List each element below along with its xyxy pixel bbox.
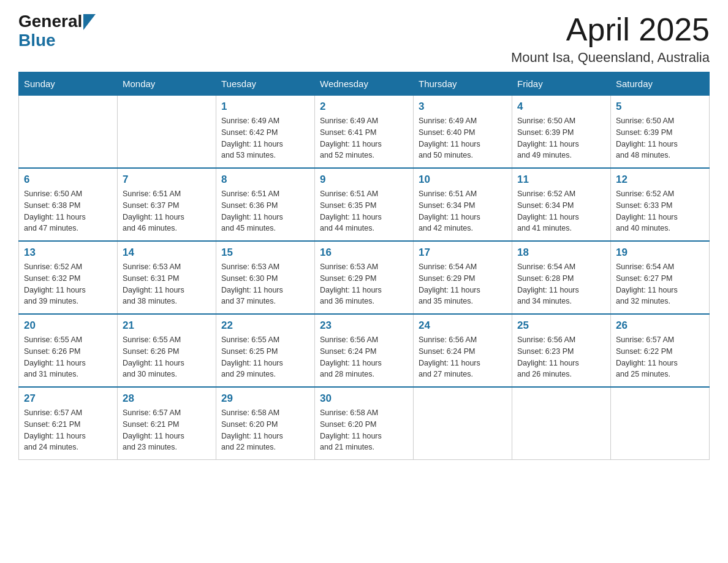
calendar-cell: 22Sunrise: 6:55 AMSunset: 6:25 PMDayligh…	[216, 314, 315, 387]
day-info: Sunrise: 6:53 AMSunset: 6:31 PMDaylight:…	[123, 261, 211, 307]
day-info: Sunrise: 6:49 AMSunset: 6:42 PMDaylight:…	[221, 115, 309, 161]
day-number: 13	[24, 247, 112, 259]
day-number: 9	[320, 174, 408, 186]
day-number: 21	[123, 320, 211, 332]
calendar-week-row: 13Sunrise: 6:52 AMSunset: 6:32 PMDayligh…	[19, 241, 710, 314]
calendar-body: 1Sunrise: 6:49 AMSunset: 6:42 PMDaylight…	[19, 96, 710, 460]
title-section: April 2025 Mount Isa, Queensland, Austra…	[511, 12, 710, 66]
calendar-cell: 20Sunrise: 6:55 AMSunset: 6:26 PMDayligh…	[19, 314, 118, 387]
day-number: 5	[616, 101, 704, 113]
day-info: Sunrise: 6:56 AMSunset: 6:24 PMDaylight:…	[320, 334, 408, 380]
calendar-cell: 26Sunrise: 6:57 AMSunset: 6:22 PMDayligh…	[611, 314, 710, 387]
logo-text: General Blue	[18, 12, 96, 50]
calendar-cell: 13Sunrise: 6:52 AMSunset: 6:32 PMDayligh…	[19, 241, 118, 314]
calendar-cell: 29Sunrise: 6:58 AMSunset: 6:20 PMDayligh…	[216, 387, 315, 460]
calendar-cell: 4Sunrise: 6:50 AMSunset: 6:39 PMDaylight…	[512, 96, 611, 169]
calendar-cell: 2Sunrise: 6:49 AMSunset: 6:41 PMDaylight…	[315, 96, 414, 169]
calendar-cell: 1Sunrise: 6:49 AMSunset: 6:42 PMDaylight…	[216, 96, 315, 169]
calendar-header-sunday: Sunday	[19, 72, 118, 96]
day-info: Sunrise: 6:50 AMSunset: 6:39 PMDaylight:…	[616, 115, 704, 161]
day-info: Sunrise: 6:57 AMSunset: 6:21 PMDaylight:…	[123, 407, 211, 453]
day-info: Sunrise: 6:51 AMSunset: 6:34 PMDaylight:…	[419, 188, 507, 234]
calendar-header-tuesday: Tuesday	[216, 72, 315, 96]
day-number: 6	[24, 174, 112, 186]
calendar-cell: 10Sunrise: 6:51 AMSunset: 6:34 PMDayligh…	[414, 168, 512, 241]
logo-blue: Blue	[18, 31, 96, 50]
calendar-header-wednesday: Wednesday	[315, 72, 414, 96]
calendar-week-row: 27Sunrise: 6:57 AMSunset: 6:21 PMDayligh…	[19, 387, 710, 460]
calendar-header-thursday: Thursday	[414, 72, 512, 96]
calendar-week-row: 1Sunrise: 6:49 AMSunset: 6:42 PMDaylight…	[19, 96, 710, 169]
calendar-table: SundayMondayTuesdayWednesdayThursdayFrid…	[18, 72, 710, 460]
day-info: Sunrise: 6:53 AMSunset: 6:30 PMDaylight:…	[221, 261, 309, 307]
calendar-cell: 17Sunrise: 6:54 AMSunset: 6:29 PMDayligh…	[414, 241, 512, 314]
day-info: Sunrise: 6:55 AMSunset: 6:26 PMDaylight:…	[123, 334, 211, 380]
calendar-cell: 23Sunrise: 6:56 AMSunset: 6:24 PMDayligh…	[315, 314, 414, 387]
calendar-cell	[414, 387, 512, 460]
day-number: 16	[320, 247, 408, 259]
day-number: 19	[616, 247, 704, 259]
day-info: Sunrise: 6:57 AMSunset: 6:21 PMDaylight:…	[24, 407, 112, 453]
calendar-cell: 25Sunrise: 6:56 AMSunset: 6:23 PMDayligh…	[512, 314, 611, 387]
calendar-header-saturday: Saturday	[611, 72, 710, 96]
calendar-cell: 6Sunrise: 6:50 AMSunset: 6:38 PMDaylight…	[19, 168, 118, 241]
day-number: 2	[320, 101, 408, 113]
calendar-week-row: 20Sunrise: 6:55 AMSunset: 6:26 PMDayligh…	[19, 314, 710, 387]
day-number: 3	[419, 101, 507, 113]
day-number: 27	[24, 393, 112, 405]
day-number: 18	[517, 247, 605, 259]
day-info: Sunrise: 6:49 AMSunset: 6:40 PMDaylight:…	[419, 115, 507, 161]
day-number: 7	[123, 174, 211, 186]
day-info: Sunrise: 6:53 AMSunset: 6:29 PMDaylight:…	[320, 261, 408, 307]
day-info: Sunrise: 6:52 AMSunset: 6:34 PMDaylight:…	[517, 188, 605, 234]
calendar-week-row: 6Sunrise: 6:50 AMSunset: 6:38 PMDaylight…	[19, 168, 710, 241]
calendar-cell: 27Sunrise: 6:57 AMSunset: 6:21 PMDayligh…	[19, 387, 118, 460]
day-info: Sunrise: 6:57 AMSunset: 6:22 PMDaylight:…	[616, 334, 704, 380]
day-number: 28	[123, 393, 211, 405]
day-info: Sunrise: 6:54 AMSunset: 6:27 PMDaylight:…	[616, 261, 704, 307]
calendar-cell: 24Sunrise: 6:56 AMSunset: 6:24 PMDayligh…	[414, 314, 512, 387]
day-info: Sunrise: 6:54 AMSunset: 6:28 PMDaylight:…	[517, 261, 605, 307]
calendar-cell	[118, 96, 216, 169]
day-number: 8	[221, 174, 309, 186]
calendar-cell: 5Sunrise: 6:50 AMSunset: 6:39 PMDaylight…	[611, 96, 710, 169]
day-info: Sunrise: 6:54 AMSunset: 6:29 PMDaylight:…	[419, 261, 507, 307]
month-title: April 2025	[511, 12, 710, 47]
day-info: Sunrise: 6:50 AMSunset: 6:39 PMDaylight:…	[517, 115, 605, 161]
calendar-cell: 14Sunrise: 6:53 AMSunset: 6:31 PMDayligh…	[118, 241, 216, 314]
day-number: 22	[221, 320, 309, 332]
page-header: General Blue April 2025 Mount Isa, Queen…	[18, 12, 710, 66]
day-info: Sunrise: 6:56 AMSunset: 6:24 PMDaylight:…	[419, 334, 507, 380]
day-number: 14	[123, 247, 211, 259]
calendar-cell: 30Sunrise: 6:58 AMSunset: 6:20 PMDayligh…	[315, 387, 414, 460]
day-info: Sunrise: 6:55 AMSunset: 6:26 PMDaylight:…	[24, 334, 112, 380]
day-number: 11	[517, 174, 605, 186]
svg-marker-0	[83, 14, 96, 30]
logo-triangle-icon	[83, 14, 96, 30]
calendar-cell: 9Sunrise: 6:51 AMSunset: 6:35 PMDaylight…	[315, 168, 414, 241]
calendar-cell: 3Sunrise: 6:49 AMSunset: 6:40 PMDaylight…	[414, 96, 512, 169]
day-number: 30	[320, 393, 408, 405]
day-info: Sunrise: 6:51 AMSunset: 6:36 PMDaylight:…	[221, 188, 309, 234]
day-info: Sunrise: 6:58 AMSunset: 6:20 PMDaylight:…	[320, 407, 408, 453]
calendar-cell: 18Sunrise: 6:54 AMSunset: 6:28 PMDayligh…	[512, 241, 611, 314]
calendar-cell: 15Sunrise: 6:53 AMSunset: 6:30 PMDayligh…	[216, 241, 315, 314]
day-number: 12	[616, 174, 704, 186]
logo: General Blue	[18, 12, 96, 50]
calendar-cell: 28Sunrise: 6:57 AMSunset: 6:21 PMDayligh…	[118, 387, 216, 460]
day-info: Sunrise: 6:51 AMSunset: 6:37 PMDaylight:…	[123, 188, 211, 234]
day-number: 25	[517, 320, 605, 332]
logo-general: General	[18, 12, 82, 31]
calendar-header-row: SundayMondayTuesdayWednesdayThursdayFrid…	[19, 72, 710, 96]
calendar-cell: 11Sunrise: 6:52 AMSunset: 6:34 PMDayligh…	[512, 168, 611, 241]
calendar-cell: 21Sunrise: 6:55 AMSunset: 6:26 PMDayligh…	[118, 314, 216, 387]
day-number: 26	[616, 320, 704, 332]
calendar-cell: 7Sunrise: 6:51 AMSunset: 6:37 PMDaylight…	[118, 168, 216, 241]
day-number: 29	[221, 393, 309, 405]
day-info: Sunrise: 6:56 AMSunset: 6:23 PMDaylight:…	[517, 334, 605, 380]
day-info: Sunrise: 6:58 AMSunset: 6:20 PMDaylight:…	[221, 407, 309, 453]
day-info: Sunrise: 6:55 AMSunset: 6:25 PMDaylight:…	[221, 334, 309, 380]
calendar-cell	[512, 387, 611, 460]
day-number: 17	[419, 247, 507, 259]
day-info: Sunrise: 6:49 AMSunset: 6:41 PMDaylight:…	[320, 115, 408, 161]
